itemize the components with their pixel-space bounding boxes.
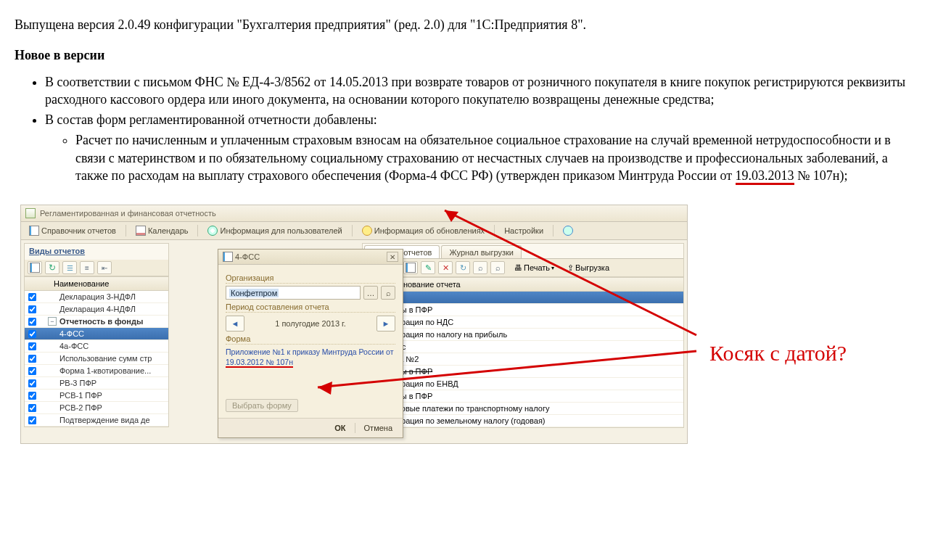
toolbar-settings[interactable]: Настройки <box>501 225 547 236</box>
period-next-button[interactable]: ► <box>376 316 395 332</box>
toolbar-updates[interactable]: Информация об обновлениях <box>358 224 488 237</box>
row-label: Декларация 3-НДФЛ <box>58 292 167 301</box>
edit-button[interactable]: ✎ <box>421 261 435 274</box>
row-label: РСВ-2 ПФР <box>58 403 167 412</box>
print-dropdown[interactable]: 🖶 Печать ▾ <box>511 262 558 273</box>
find-button[interactable]: ⌕ <box>473 261 487 274</box>
row-checkbox[interactable] <box>28 367 36 375</box>
list-row[interactable]: Декларация по земельному налогу (годовая… <box>363 415 683 427</box>
report-tree[interactable]: Декларация 3-НДФЛДекларация 4-НДФЛ−Отчет… <box>25 291 168 427</box>
updates-icon <box>362 226 372 236</box>
new-button[interactable] <box>28 261 42 274</box>
screenshot-container: Регламентированная и финансовая отчетнос… <box>20 205 898 444</box>
list-row[interactable]: Авансы в ПФР <box>363 366 683 378</box>
find-clear-button[interactable]: ⌕ <box>490 261 505 274</box>
row-checkbox[interactable] <box>28 305 36 313</box>
bullet-2: В состав форм регламентированной отчетно… <box>45 111 915 184</box>
report-types-panel: Виды отчетов ↻ ☰ ≡ ⇤ Наименование Деклар… <box>24 243 169 427</box>
row-checkbox[interactable] <box>28 330 36 338</box>
refresh2-button[interactable]: ↻ <box>456 261 470 274</box>
report-journal-list[interactable]: 4-ФССАвансы в ПФРДекларация по НДСДеклар… <box>363 292 683 427</box>
tree-row[interactable]: Подтверждение вида де <box>25 414 168 427</box>
list-row[interactable]: Декларация по налогу на прибыль <box>363 329 683 341</box>
row-checkbox[interactable] <box>28 392 36 400</box>
app-window: Регламентированная и финансовая отчетнос… <box>20 205 688 444</box>
list-row[interactable]: 4-ФСС <box>363 292 683 304</box>
tree-row[interactable]: РСВ-1 ПФР <box>25 390 168 402</box>
org-select-button[interactable]: … <box>363 286 378 300</box>
panel-title-left: Виды отчетов <box>25 244 168 260</box>
row-checkbox[interactable] <box>28 342 36 350</box>
cancel-button[interactable]: Отмена <box>360 423 397 433</box>
list-row[interactable]: Декларация по НДС <box>363 316 683 329</box>
toolbar-calendar[interactable]: Календарь <box>132 224 192 237</box>
highlighted-date-2012: 19.03.2012 № 107н <box>226 358 293 368</box>
tree-row[interactable]: Декларация 3-НДФЛ <box>25 291 168 303</box>
row-label: Подтверждение вида де <box>58 416 167 424</box>
article-text: Выпущена версия 2.0.49 конфигурации "Бух… <box>0 0 930 197</box>
doc-icon <box>29 226 39 236</box>
list-label: Авансовые платежи по транспортному налог… <box>379 404 549 413</box>
period-prev-button[interactable]: ◄ <box>226 316 244 332</box>
separator <box>125 225 126 236</box>
toolbar-help[interactable] <box>559 224 577 237</box>
close-button[interactable]: ✕ <box>387 252 398 262</box>
delete-button[interactable]: ✕ <box>438 261 453 274</box>
tabs: Журнал отчетов Журнал выгрузки <box>363 244 683 258</box>
row-label: Отчетность в фонды <box>58 317 167 326</box>
row-checkbox[interactable] <box>28 318 36 326</box>
tree-row[interactable]: РВ-3 ПФР <box>25 377 168 390</box>
tree-row[interactable]: −Отчетность в фонды <box>25 316 168 328</box>
list-label: Декларация по земельному налогу (годовая… <box>379 416 546 425</box>
actions-button[interactable]: ≡ <box>80 261 94 274</box>
list-button[interactable]: ☰ <box>62 261 77 274</box>
tab-journal-export[interactable]: Журнал выгрузки <box>441 245 521 258</box>
tree-row[interactable]: Использование сумм стр <box>25 353 168 365</box>
list-row[interactable]: Баланс <box>363 341 683 353</box>
row-label: Форма 1-квотирование... <box>58 366 167 375</box>
collapse-button[interactable]: ⇤ <box>97 261 112 274</box>
dialog-4fss: 4-ФСС ✕ Организация Конфетпром … ⌕ Перио… <box>218 249 403 437</box>
tree-row[interactable]: 4-ФСС <box>25 328 168 340</box>
list-row[interactable]: Форма №2 <box>363 353 683 366</box>
tree-row[interactable]: РСВ-2 ПФР <box>25 402 168 414</box>
row-checkbox[interactable] <box>28 293 36 301</box>
org-input[interactable]: Конфетпром <box>226 286 361 300</box>
toolbar-info[interactable]: Информация для пользователей <box>204 224 345 237</box>
export-dropdown[interactable]: ⇪ Выгрузка <box>564 262 613 274</box>
tree-row[interactable]: Декларация 4-НДФЛ <box>25 303 168 316</box>
row-checkbox[interactable] <box>28 416 36 424</box>
col-name: Наименование <box>54 279 109 288</box>
highlighted-date-2013: 19.03.2013 <box>736 168 794 185</box>
toolbar-reference[interactable]: Справочник отчетов <box>25 224 120 237</box>
dialog-title: 4-ФСС <box>235 252 260 261</box>
doc-icon <box>223 252 233 262</box>
separator <box>494 225 495 236</box>
dialog-titlebar: 4-ФСС ✕ <box>218 250 403 265</box>
org-search-button[interactable]: ⌕ <box>381 286 395 300</box>
form-description: Приложение №1 к приказу Минтруда России … <box>226 347 395 366</box>
tree-row[interactable]: Форма 1-квотирование... <box>25 365 168 377</box>
list-row[interactable]: Авансы в ПФР <box>363 390 683 403</box>
row-checkbox[interactable] <box>28 404 36 412</box>
list-row[interactable]: Декларация по ЕНВД <box>363 378 683 390</box>
doc-icon <box>30 263 40 273</box>
ok-button[interactable]: ОК <box>330 423 350 433</box>
select-form-button[interactable]: Выбрать форму <box>226 399 298 412</box>
help-icon <box>563 226 573 236</box>
row-label: 4-ФСС <box>58 329 167 338</box>
refresh-button[interactable]: ↻ <box>45 261 59 274</box>
expander-icon[interactable]: − <box>48 317 57 326</box>
section-heading: Новое в версии <box>15 46 915 64</box>
journal-panel: Журнал отчетов Журнал выгрузки ▼ ▽ ✎ ✕ ↻… <box>362 243 684 428</box>
right-toolbar: ▼ ▽ ✎ ✕ ↻ ⌕ ⌕ 🖶 Печать ▾ ⇪ Выгрузка <box>363 258 683 277</box>
new2-button[interactable] <box>403 261 418 274</box>
tree-row[interactable]: 4а-ФСС <box>25 340 168 353</box>
list-row[interactable]: Авансовые платежи по транспортному налог… <box>363 403 683 415</box>
list-row[interactable]: Авансы в ПФР <box>363 304 683 316</box>
row-checkbox[interactable] <box>28 379 36 387</box>
calendar-icon <box>136 226 146 236</box>
row-checkbox[interactable] <box>28 355 36 363</box>
main-toolbar: Справочник отчетов Календарь Информация … <box>21 222 687 240</box>
row-label: РСВ-1 ПФР <box>58 391 167 400</box>
